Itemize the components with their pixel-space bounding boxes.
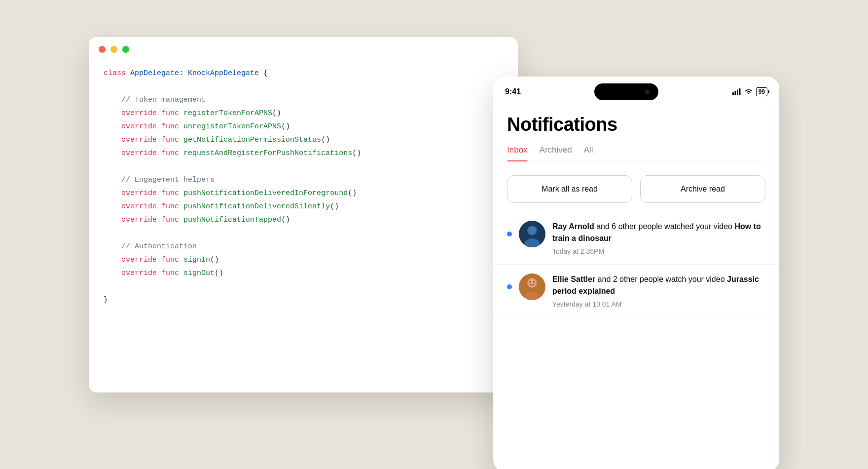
tab-archived[interactable]: Archived (540, 145, 572, 161)
code-line (104, 160, 503, 173)
signal-icon (732, 88, 741, 95)
code-method: override func signOut() (104, 267, 503, 280)
code-method: override func unregisterTokenForAPNS() (104, 120, 503, 133)
code-line (104, 80, 503, 93)
unread-indicator (507, 232, 512, 236)
svg-point-12 (530, 281, 531, 283)
svg-point-13 (534, 281, 535, 283)
code-comment: // Engagement helpers (104, 173, 503, 187)
svg-rect-2 (737, 90, 738, 96)
maximize-button[interactable] (122, 46, 129, 53)
code-method: override func pushNotificationDeliveredI… (104, 187, 503, 200)
code-comment: // Token management (104, 93, 503, 107)
notification-timestamp: Today at 2:35PM (552, 247, 765, 255)
notifications-title: Notifications (507, 114, 765, 135)
notification-text: Ray Arnold and 6 other people watched yo… (552, 221, 765, 244)
avatar (519, 274, 545, 300)
mark-all-read-button[interactable]: Mark all as read (507, 175, 632, 203)
notification-sender: Ellie Sattler (552, 275, 595, 283)
code-closing: } (104, 293, 503, 307)
avatar-image (519, 274, 545, 300)
close-button[interactable] (99, 46, 106, 53)
minimize-button[interactable] (110, 46, 117, 53)
notifications-header: Notifications Inbox Archived All (493, 104, 779, 166)
notification-text: Ellie Sattler and 2 other people watch y… (552, 274, 765, 297)
scene: class AppDelegate: KnockAppDelegate { //… (89, 37, 779, 432)
code-method: override func registerTokenForAPNS() (104, 107, 503, 120)
tab-inbox[interactable]: Inbox (507, 145, 528, 161)
avatar-image (519, 221, 545, 247)
notification-content: Ellie Sattler and 2 other people watch y… (552, 274, 765, 308)
notification-content: Ray Arnold and 6 other people watched yo… (552, 221, 765, 255)
status-time: 9:41 (505, 87, 521, 96)
wifi-icon (744, 88, 753, 95)
window-titlebar (89, 37, 518, 62)
code-method: override func pushNotificationTapped() (104, 213, 503, 227)
code-method: override func requestAndRegisterForPushN… (104, 147, 503, 160)
status-icons: 99 (732, 87, 767, 96)
notification-timestamp: Yesterday at 10:01 AM (552, 300, 765, 308)
notification-sender: Ray Arnold (552, 222, 594, 231)
code-comment: // Authentication (104, 240, 503, 253)
code-editor-window: class AppDelegate: KnockAppDelegate { //… (89, 37, 518, 392)
svg-point-11 (528, 279, 536, 287)
svg-rect-1 (734, 91, 736, 95)
svg-rect-3 (739, 88, 740, 95)
code-method: override func pushNotificationDeliveredS… (104, 200, 503, 213)
code-method: override func signIn() (104, 253, 503, 267)
dynamic-island (594, 83, 658, 100)
archive-read-button[interactable]: Archive read (640, 175, 765, 203)
notification-item[interactable]: Ellie Sattler and 2 other people watch y… (493, 265, 779, 317)
svg-point-7 (528, 227, 536, 234)
tabs-container: Inbox Archived All (507, 145, 765, 161)
battery-icon: 99 (756, 87, 767, 96)
code-line (104, 280, 503, 293)
code-content: class AppDelegate: KnockAppDelegate { //… (89, 62, 518, 321)
code-line (104, 227, 503, 240)
battery-level: 99 (759, 88, 765, 95)
avatar (519, 221, 545, 247)
status-bar: 9:41 99 (493, 77, 779, 104)
code-method: override func getNotificationPermissionS… (104, 133, 503, 147)
action-buttons: Mark all as read Archive read (493, 166, 779, 212)
unread-indicator (507, 284, 512, 289)
code-line: class AppDelegate: KnockAppDelegate { (104, 67, 503, 80)
svg-rect-0 (732, 92, 734, 95)
notification-item[interactable]: Ray Arnold and 6 other people watched yo… (493, 212, 779, 265)
tab-all[interactable]: All (584, 145, 593, 161)
phone-window: 9:41 99 Notifica (493, 77, 779, 469)
